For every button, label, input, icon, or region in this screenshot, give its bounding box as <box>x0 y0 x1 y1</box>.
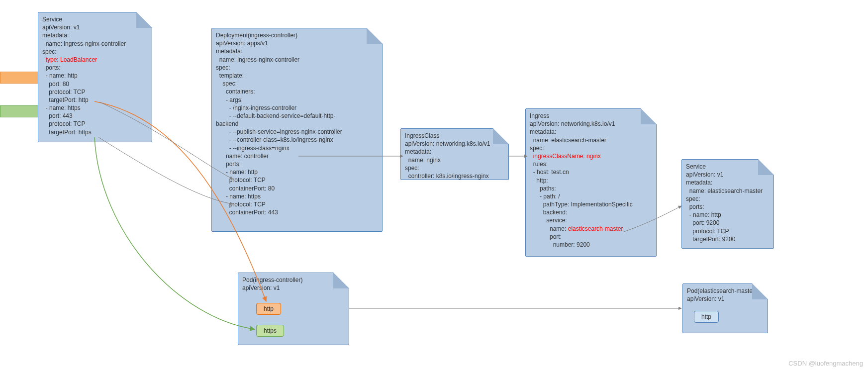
l: name: controller <box>216 153 269 160</box>
l: apiVersion: v1 <box>42 24 80 31</box>
note-service-lb: Service apiVersion: v1 metadata: name: i… <box>38 12 152 142</box>
l: targetPort: http <box>42 96 89 103</box>
note-service-es: Service apiVersion: v1 metadata: name: e… <box>681 159 774 249</box>
note-ingress: Ingress apiVersion: networking.k8s.io/v1… <box>525 108 657 257</box>
l: apiVersion: apps/v1 <box>216 40 268 47</box>
l: ports: <box>42 64 61 71</box>
l: apiVersion: networking.k8s.io/v1 <box>405 140 490 147</box>
l: protocol: TCP <box>42 89 85 95</box>
l: ports: <box>686 203 704 210</box>
l: - path: / <box>530 193 560 200</box>
l: metadata: <box>530 128 556 135</box>
l-icn: ingressClassName: nginx <box>530 153 601 160</box>
l: port: <box>530 233 562 240</box>
l: name: ingress-nginx-controller <box>216 56 299 63</box>
t: Deployment(ingress-controller) <box>216 32 297 39</box>
l: apiVersion: networking.k8s.io/v1 <box>530 120 615 127</box>
l: name: elasticsearch-master <box>530 225 623 232</box>
l: metadata: <box>405 148 431 155</box>
l: - name: https <box>216 193 261 200</box>
l: - name: https <box>42 104 81 111</box>
pre: name: <box>530 225 568 232</box>
l: containerPort: 443 <box>216 209 278 216</box>
l: spec: <box>216 80 237 87</box>
l: protocol: TCP <box>216 201 266 208</box>
l: apiVersion: v1 <box>686 171 723 178</box>
arrow-in-https <box>0 105 41 117</box>
l: controller: k8s.io/ingress-nginx <box>405 173 489 180</box>
l: port: 80 <box>42 81 69 88</box>
l: spec: <box>42 48 57 55</box>
l: targetPort: https <box>42 129 92 136</box>
l: metadata: <box>42 32 69 39</box>
l: spec: <box>686 195 700 202</box>
l: containers: <box>216 88 255 95</box>
l: apiVersion: v1 <box>687 295 724 302</box>
l: - /nginx-ingress-controller <box>216 104 296 111</box>
l: number: 9200 <box>530 241 590 248</box>
t: Service <box>686 163 706 170</box>
l: containerPort: 80 <box>216 185 275 192</box>
note-deployment: Deployment(ingress-controller) apiVersio… <box>211 28 383 232</box>
l: ports: <box>216 161 241 168</box>
t: IngressClass <box>405 132 439 139</box>
l: http: <box>530 177 548 184</box>
l: spec: <box>530 145 544 152</box>
l: - name: http <box>686 211 721 218</box>
l: apiVersion: v1 <box>242 284 280 291</box>
l: service: <box>530 217 567 224</box>
l: name: elasticsearch-master <box>530 137 606 144</box>
l: protocol: TCP <box>216 177 266 184</box>
l: - name: http <box>42 72 78 79</box>
note-ingressclass: IngressClass apiVersion: networking.k8s.… <box>400 128 509 180</box>
l: rules: <box>530 161 548 168</box>
l: - --default-backend-service=default-http… <box>216 112 335 119</box>
l: spec: <box>405 165 419 172</box>
l: name: nginx <box>405 157 441 164</box>
t: Pod(ingress-controller) <box>242 277 302 283</box>
l: - --publish-service=ingress-nginx-contro… <box>216 128 342 135</box>
t: Service <box>42 16 62 23</box>
arrow-in-http <box>0 72 41 84</box>
l: name: elasticsearch-master <box>686 187 763 194</box>
l: metadata: <box>216 48 242 55</box>
l: protocol: TCP <box>686 228 729 235</box>
l: spec: <box>216 64 230 71</box>
l: metadata: <box>686 179 712 186</box>
port-http: http <box>694 311 719 323</box>
port-http: http <box>256 303 281 315</box>
l: paths: <box>530 185 556 192</box>
l: - args: <box>216 96 243 103</box>
l: protocol: TCP <box>42 120 85 127</box>
port-https: https <box>256 325 284 337</box>
l: port: 443 <box>42 112 73 119</box>
l: - host: test.cn <box>530 169 569 176</box>
l: - --controller-class=k8s.io/ingress-ngin… <box>216 136 333 143</box>
l: port: 9200 <box>686 219 719 226</box>
l: - --ingress-class=nginx <box>216 145 289 152</box>
t: Pod(elasticsearch-master) <box>687 287 757 294</box>
t: Ingress <box>530 112 549 119</box>
l: backend: <box>530 209 567 216</box>
l: template: <box>216 72 244 79</box>
l: - name: http <box>216 169 258 176</box>
l: backend <box>216 120 238 127</box>
sname: elasticsearch-master <box>568 225 623 232</box>
l-type: type: LoadBalancer <box>42 56 97 63</box>
watermark: CSDN @luofengmacheng <box>788 359 863 368</box>
note-pod-ic: Pod(ingress-controller) apiVersion: v1 h… <box>238 273 349 345</box>
l: name: ingress-nginx-controller <box>42 40 126 47</box>
l: targetPort: 9200 <box>686 236 735 243</box>
note-pod-es: Pod(elasticsearch-master) apiVersion: v1… <box>682 283 768 333</box>
l: pathType: ImplementationSpecific <box>530 201 633 208</box>
